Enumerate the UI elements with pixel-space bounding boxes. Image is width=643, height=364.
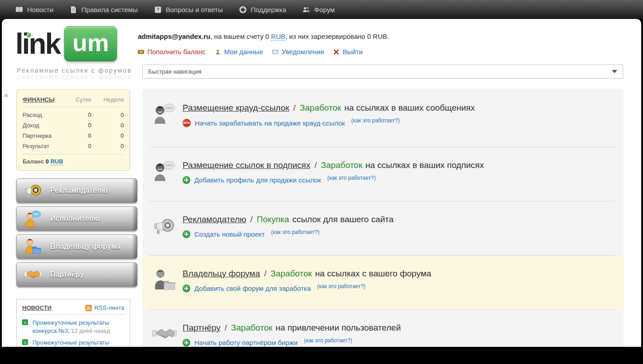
account-links: Пополнить баланс Мои данные Уведомления … <box>138 48 363 56</box>
quick-navigation-label: Быстрая навигация <box>148 68 201 75</box>
logo-word: link <box>15 29 60 58</box>
person-folder-icon <box>24 238 42 256</box>
row-action-link[interactable]: Создать новый проект <box>194 230 265 238</box>
divider <box>22 314 124 315</box>
megaphone-icon <box>24 182 42 200</box>
divider <box>23 154 124 154</box>
finances-panel: ФИНАНСЫ Сутки Неделя Расход 0 0 Доход 0 … <box>16 89 130 171</box>
sidebar-button-label: Партнёру <box>50 271 84 279</box>
sidebar-item-forum-owner[interactable]: Владельцу форума <box>16 234 137 259</box>
divider <box>23 107 124 107</box>
service-row-advertiser: Рекламодателю/Покупкассылок для вашего с… <box>142 201 624 256</box>
main-panel: Размещение крауд-ссылок/Заработокна ссыл… <box>142 89 624 347</box>
plus-icon <box>183 230 190 238</box>
logout-link[interactable]: Выйти <box>333 48 362 56</box>
finances-row-expense: Расход 0 0 <box>23 110 124 120</box>
megaphone-icon <box>152 214 177 238</box>
topnav-item-faq[interactable]: ? Вопросы и ответы <box>154 6 223 14</box>
rss-feed-link[interactable]: RSS-лента <box>85 304 124 311</box>
finances-row-income: Доход 0 0 <box>23 120 124 131</box>
row-title-link[interactable]: Рекламодателю <box>183 215 246 224</box>
person-icon <box>215 49 221 55</box>
topnav-label: Новости <box>27 6 53 14</box>
sidebar-button-label: Владельцу форума <box>50 243 120 251</box>
logo-badge: um <box>64 26 117 61</box>
finances-title[interactable]: ФИНАНСЫ <box>23 96 68 103</box>
row-action-link[interactable]: Добавить профиль для продажи ссылок <box>194 176 321 184</box>
row-title-link[interactable]: Размещение крауд-ссылок <box>183 103 289 112</box>
forum-icon <box>302 6 310 14</box>
row-action-link[interactable]: Начать зарабатывать на продаже крауд-ссы… <box>195 119 345 127</box>
finances-row-result: Результат 0 0 <box>23 141 124 151</box>
page-container: link um Рекламные ссылки с форумов Рекла… <box>2 19 641 347</box>
top-navigation-bar: Новости Правила системы ? Вопросы и отве… <box>0 0 643 19</box>
how-it-works-link[interactable]: (как это работает?) <box>317 283 366 289</box>
how-it-works-link[interactable]: (как это работает?) <box>327 175 375 181</box>
news-panel: НОВОСТИ RSS-лента i Промежуточные резуль… <box>16 299 130 347</box>
logo-green-dot <box>26 33 31 37</box>
quick-navigation-select[interactable]: Быстрая навигация <box>142 65 623 79</box>
account-summary: admitapps@yandex.ru, на вашем счету 0 RU… <box>138 33 389 40</box>
notifications-link[interactable]: Уведомления <box>272 48 324 56</box>
row-action-link[interactable]: Начать работу партнёром биржи <box>194 339 297 346</box>
how-it-works-link[interactable]: (как это работает?) <box>271 229 319 235</box>
service-row-crowd-links: Размещение крауд-ссылок/Заработокна ссыл… <box>142 89 624 147</box>
row-title-link[interactable]: Партнёру <box>183 323 221 332</box>
document-icon <box>70 6 77 14</box>
row-title-link[interactable]: Размещение ссылок в подписях <box>183 160 310 170</box>
topnav-label: Правила системы <box>81 6 138 14</box>
close-icon <box>333 49 339 55</box>
row-action-link[interactable]: Добавить свой форум для заработка <box>194 285 311 292</box>
row-title-link[interactable]: Владельцу форума <box>183 269 260 278</box>
my-data-link[interactable]: Мои данные <box>215 48 263 56</box>
account-email: admitapps@yandex.ru <box>138 33 211 40</box>
news-item[interactable]: i Промежуточные результаты конкурса №3, … <box>22 319 124 335</box>
finances-balance: Баланс 0 RUB <box>23 158 124 165</box>
handshake-icon <box>152 322 177 346</box>
rss-icon <box>85 305 92 311</box>
sidebar-item-partner[interactable]: Партнёру <box>16 262 137 287</box>
question-icon: ? <box>154 6 162 14</box>
currency-link[interactable]: RUB <box>271 33 286 41</box>
sidebar-item-executor[interactable]: Исполнителю <box>16 206 137 231</box>
topnav-item-rules[interactable]: Правила системы <box>70 6 138 14</box>
logo-tagline-reflection: Рекламные ссылки с форумов <box>17 74 132 80</box>
person-chat-icon <box>24 210 42 228</box>
topnav-label: Поддержка <box>251 6 286 14</box>
logo[interactable]: link um <box>15 26 117 61</box>
plus-icon <box>183 176 190 184</box>
sidebar-button-label: Рекламодателю <box>50 187 108 195</box>
topnav-item-support[interactable]: Поддержка <box>239 6 286 14</box>
person-chat-icon <box>152 159 177 184</box>
book-icon <box>15 6 23 14</box>
topnav-item-news[interactable]: Новости <box>15 6 53 14</box>
svg-text:?: ? <box>156 7 159 12</box>
how-it-works-link[interactable]: (как это работает?) <box>304 337 352 344</box>
sidebar-collapse-button[interactable]: « <box>4 91 8 99</box>
person-chat-icon <box>152 102 177 126</box>
sidebar-item-advertiser[interactable]: Рекламодателю <box>16 178 137 203</box>
support-icon <box>239 6 247 14</box>
news-item[interactable]: i Промежуточные результаты конкурса №2, … <box>22 339 124 347</box>
info-icon: i <box>22 319 28 326</box>
service-row-partner: Партнёру/Заработокна привлечении пользов… <box>142 310 624 347</box>
news-title[interactable]: НОВОСТИ <box>22 304 52 311</box>
topup-balance-link[interactable]: Пополнить баланс <box>138 48 206 56</box>
chevron-down-icon <box>612 70 617 73</box>
finances-row-partner: Партнерка 0 0 <box>23 131 124 141</box>
info-icon: i <box>22 339 28 345</box>
balance-currency-link[interactable]: RUB <box>51 158 63 165</box>
new-badge-icon: NEW <box>183 119 191 127</box>
topnav-label: Вопросы и ответы <box>166 6 223 14</box>
banknote-icon <box>138 49 144 55</box>
logo-tagline: Рекламные ссылки с форумов <box>17 67 132 74</box>
service-row-signature-links: Размещение ссылок в подписях/Заработокна… <box>142 147 624 201</box>
plus-icon <box>183 339 190 346</box>
finances-col-day: Сутки <box>68 96 91 103</box>
topnav-item-forum[interactable]: Форум <box>302 6 335 14</box>
sidebar-button-label: Исполнителю <box>50 215 100 223</box>
person-folder-icon <box>152 268 177 292</box>
how-it-works-link[interactable]: (как это работает?) <box>351 117 399 124</box>
handshake-icon <box>24 266 42 284</box>
finances-col-week: Неделя <box>91 96 124 103</box>
